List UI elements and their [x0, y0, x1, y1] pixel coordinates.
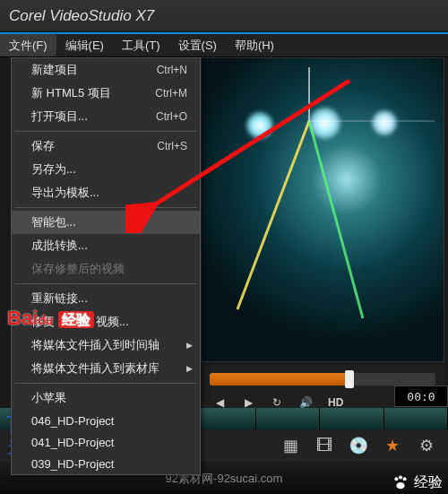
- menu-item-insert-timeline[interactable]: 将媒体文件插入到时间轴▶: [12, 334, 200, 357]
- svg-point-6: [399, 475, 402, 479]
- menu-separator: [15, 383, 196, 384]
- library-icon[interactable]: ▦: [280, 435, 301, 456]
- menu-item-recent-3[interactable]: 041_HD-Project: [12, 431, 200, 453]
- paw-icon: [391, 472, 410, 492]
- menu-tools[interactable]: 工具(T): [113, 34, 169, 56]
- menu-item-save[interactable]: 保存Ctrl+S: [12, 134, 200, 158]
- menu-help[interactable]: 帮助(H): [226, 34, 283, 56]
- svg-point-7: [403, 477, 407, 481]
- svg-point-5: [394, 477, 398, 481]
- menu-item-save-trimmed: 保存修整后的视频: [12, 257, 200, 281]
- favorite-icon[interactable]: ★: [382, 435, 403, 456]
- scrubber[interactable]: [210, 373, 435, 386]
- svg-line-1: [309, 121, 363, 318]
- scrubber-fill: [210, 373, 349, 386]
- timecode-display: 00:0: [394, 386, 448, 407]
- menu-separator: [15, 131, 196, 132]
- menu-item-recent-4[interactable]: 039_HD-Project: [12, 453, 200, 474]
- media-icon[interactable]: 🎞: [314, 435, 335, 456]
- file-menu-dropdown: 新建项目Ctrl+N 新 HTML5 项目Ctrl+M 打开项目...Ctrl+…: [11, 57, 201, 475]
- menu-item-save-as[interactable]: 另存为...: [12, 158, 200, 181]
- menu-item-insert-library[interactable]: 将媒体文件插入到素材库▶: [12, 357, 200, 380]
- scrubber-thumb[interactable]: [345, 370, 354, 388]
- menu-item-smart-package[interactable]: 智能包...: [12, 211, 200, 234]
- menu-item-new-project[interactable]: 新建项目Ctrl+N: [12, 58, 200, 82]
- hd-badge: HD: [328, 396, 343, 409]
- menu-settings[interactable]: 设置(S): [169, 34, 226, 56]
- menu-item-recent-2[interactable]: 046_HD-Project: [12, 410, 200, 431]
- menu-separator: [15, 207, 196, 208]
- menu-item-batch-convert[interactable]: 成批转换...: [12, 234, 200, 257]
- chevron-right-icon: ▶: [186, 364, 193, 373]
- menubar: 文件(F) 编辑(E) 工具(T) 设置(S) 帮助(H): [0, 34, 448, 57]
- svg-point-8: [396, 482, 404, 489]
- chevron-right-icon: ▶: [186, 341, 193, 350]
- disc-icon[interactable]: 💿: [348, 435, 369, 456]
- menu-separator: [15, 283, 196, 284]
- watermark-corner: 经验: [391, 472, 443, 492]
- menu-item-open-project[interactable]: 打开项目...Ctrl+O: [12, 105, 200, 128]
- menu-file[interactable]: 文件(F): [0, 34, 56, 56]
- video-preview: [201, 57, 444, 362]
- settings-icon[interactable]: ⚙: [416, 435, 437, 456]
- watermark-center: Baidu 经验: [7, 307, 94, 330]
- app-title: Corel VideoStudio X7: [9, 7, 154, 25]
- menu-edit[interactable]: 编辑(E): [56, 34, 113, 56]
- menu-item-export-template[interactable]: 导出为模板...: [12, 181, 200, 204]
- svg-line-0: [237, 121, 309, 309]
- titlebar: Corel VideoStudio X7: [0, 0, 448, 32]
- menu-item-recent-1[interactable]: 小苹果: [12, 386, 200, 410]
- menu-item-new-html5[interactable]: 新 HTML5 项目Ctrl+M: [12, 82, 200, 105]
